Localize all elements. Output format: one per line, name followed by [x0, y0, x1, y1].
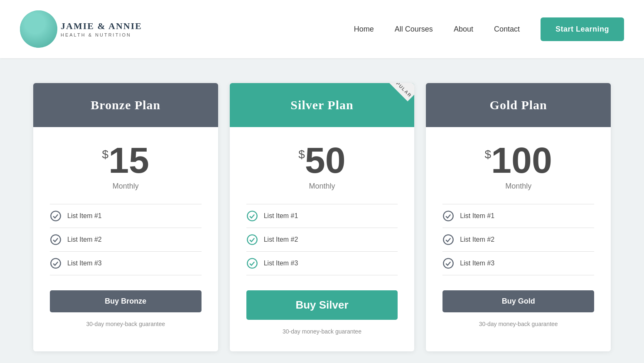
gold-features-list: List Item #1 List Item #2 List Item #3 [442, 204, 594, 275]
silver-guarantee: 30-day money-back guarantee [283, 328, 361, 335]
logo-main-text: JAMIE & ANNIE [61, 21, 142, 32]
gold-plan-title: Gold Plan [490, 98, 547, 112]
bronze-plan-header: Bronze Plan [33, 83, 218, 127]
start-learning-button[interactable]: Start Learning [541, 17, 624, 41]
bronze-plan-title: Bronze Plan [91, 98, 160, 112]
bronze-price-period: Monthly [113, 182, 139, 191]
svg-point-0 [51, 211, 60, 221]
silver-price-period: Monthly [309, 182, 335, 191]
popular-badge: POPULAR [384, 83, 415, 101]
silver-feature-1: List Item #1 [246, 204, 398, 228]
svg-point-7 [444, 235, 453, 244]
check-icon [50, 258, 61, 269]
check-icon [50, 210, 61, 222]
buy-gold-button[interactable]: Buy Gold [442, 290, 594, 312]
silver-price-row: $ 50 [298, 142, 345, 179]
bronze-feature-3: List Item #3 [50, 252, 202, 275]
logo: JAMIE & ANNIE HEALTH & NUTRITION [20, 10, 142, 48]
gold-price-number: 100 [491, 142, 552, 179]
svg-point-4 [247, 235, 257, 244]
gold-guarantee: 30-day money-back guarantee [479, 321, 558, 327]
check-icon [246, 210, 258, 222]
check-icon [246, 258, 258, 269]
bronze-plan-body: $ 15 Monthly List Item #1 List Item #2 [33, 127, 218, 351]
check-icon [442, 234, 454, 245]
gold-plan-body: $ 100 Monthly List Item #1 List Item #2 [426, 127, 611, 351]
svg-point-1 [51, 235, 60, 244]
silver-plan-card: Silver Plan POPULAR $ 50 Monthly List It… [230, 83, 415, 351]
gold-price-period: Monthly [505, 182, 531, 191]
gold-feature-2: List Item #2 [442, 228, 594, 252]
nav-contact[interactable]: Contact [494, 25, 520, 34]
svg-point-5 [247, 258, 257, 268]
svg-point-8 [444, 258, 453, 268]
svg-point-2 [51, 258, 60, 268]
silver-price-number: 50 [305, 142, 346, 179]
buy-bronze-button[interactable]: Buy Bronze [50, 290, 202, 312]
buy-silver-button[interactable]: Buy Silver [246, 290, 398, 320]
check-icon [246, 234, 258, 245]
main-nav: Home All Courses About Contact Start Lea… [354, 17, 624, 41]
gold-feature-3: List Item #3 [442, 252, 594, 275]
bronze-price-number: 15 [108, 142, 149, 179]
gold-plan-card: Gold Plan $ 100 Monthly List Item #1 [426, 83, 611, 351]
silver-plan-header: Silver Plan POPULAR [230, 83, 415, 127]
gold-price-row: $ 100 [484, 142, 552, 179]
gold-price-symbol: $ [484, 148, 491, 161]
logo-text: JAMIE & ANNIE HEALTH & NUTRITION [61, 21, 142, 37]
bronze-feature-1: List Item #1 [50, 204, 202, 228]
bronze-guarantee: 30-day money-back guarantee [86, 321, 165, 327]
silver-price-symbol: $ [298, 148, 305, 161]
svg-point-6 [444, 211, 453, 221]
nav-all-courses[interactable]: All Courses [395, 25, 433, 34]
bronze-features-list: List Item #1 List Item #2 List Item #3 [50, 204, 202, 275]
nav-home[interactable]: Home [354, 25, 374, 34]
bronze-plan-card: Bronze Plan $ 15 Monthly List Item #1 [33, 83, 218, 351]
bronze-price-row: $ 15 [102, 142, 149, 179]
silver-plan-title: Silver Plan [290, 98, 353, 112]
bronze-price-symbol: $ [102, 148, 109, 161]
gold-plan-header: Gold Plan [426, 83, 611, 127]
silver-features-list: List Item #1 List Item #2 List Item #3 [246, 204, 398, 275]
svg-point-3 [247, 211, 257, 221]
logo-circle [20, 10, 57, 48]
pricing-section: Bronze Plan $ 15 Monthly List Item #1 [0, 58, 644, 363]
silver-plan-body: $ 50 Monthly List Item #1 List Item #2 [230, 127, 415, 351]
silver-feature-3: List Item #3 [246, 252, 398, 275]
bronze-feature-2: List Item #2 [50, 228, 202, 252]
logo-sub-text: HEALTH & NUTRITION [61, 32, 142, 37]
site-header: JAMIE & ANNIE HEALTH & NUTRITION Home Al… [0, 0, 644, 58]
check-icon [442, 210, 454, 222]
silver-feature-2: List Item #2 [246, 228, 398, 252]
check-icon [442, 258, 454, 269]
check-icon [50, 234, 61, 245]
gold-feature-1: List Item #1 [442, 204, 594, 228]
nav-about[interactable]: About [454, 25, 473, 34]
